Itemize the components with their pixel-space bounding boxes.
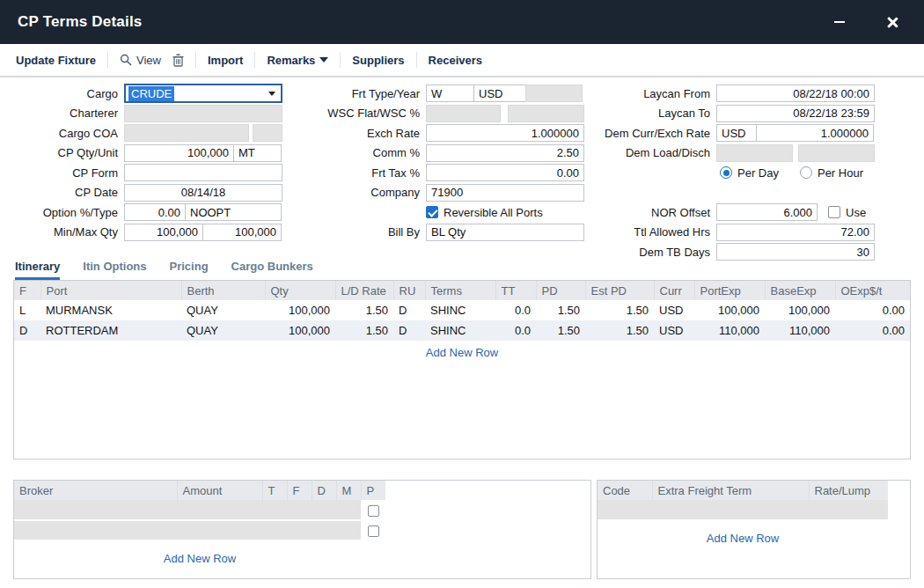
cell-berth[interactable]: QUAY (181, 320, 265, 341)
t-cell[interactable] (262, 500, 287, 520)
laycan-to-input[interactable] (716, 105, 875, 122)
cell-portexp[interactable]: 100,000 (694, 300, 765, 320)
p-checkbox[interactable] (368, 505, 379, 517)
cell-ru[interactable]: D (393, 300, 425, 320)
cell-port[interactable]: ROTTERDAM (40, 320, 181, 341)
minimize-button[interactable] (832, 15, 847, 29)
rate-cell[interactable] (809, 500, 888, 520)
dem-tb-days-input[interactable] (716, 243, 875, 261)
per-day-radio[interactable] (720, 166, 732, 179)
use-checkbox[interactable] (828, 206, 840, 218)
f-cell[interactable] (287, 520, 312, 540)
cargo-select[interactable]: CRUDE (124, 84, 282, 103)
bill-by-input[interactable] (426, 224, 584, 241)
frt-tax-input[interactable] (426, 164, 584, 181)
cell-qty[interactable]: 100,000 (265, 320, 335, 341)
cell-baseexp[interactable]: 110,000 (765, 320, 835, 341)
tab-itin-options[interactable]: Itin Options (83, 260, 146, 280)
extra-freight-add-new-row-link[interactable]: Add New Row (598, 532, 888, 545)
term-cell[interactable] (652, 500, 809, 520)
cell-oexp[interactable]: 0.00 (835, 300, 910, 320)
m-cell[interactable] (336, 520, 361, 540)
min-qty-input[interactable] (124, 224, 203, 241)
reversible-checkbox[interactable] (426, 206, 438, 218)
amount-cell[interactable] (177, 520, 262, 540)
cell-ru[interactable]: D (393, 320, 425, 341)
per-hour-radio[interactable] (800, 166, 812, 179)
tab-cargo-bunkers[interactable]: Cargo Bunkers (231, 260, 313, 280)
suppliers-button[interactable]: Suppliers (352, 54, 404, 67)
m-cell[interactable] (336, 500, 361, 520)
max-qty-input[interactable] (202, 224, 282, 241)
cell-tt[interactable]: 0.0 (495, 320, 536, 341)
cell-terms[interactable]: SHINC (425, 300, 495, 320)
cell-ld-rate[interactable]: 1.50 (335, 320, 393, 341)
broker-row-1[interactable] (14, 500, 385, 520)
import-button[interactable]: Import (208, 54, 243, 67)
d-cell[interactable] (312, 500, 336, 520)
itinerary-row-2[interactable]: D ROTTERDAM QUAY 100,000 1.50 D SHINC 0.… (14, 320, 910, 341)
close-button[interactable] (885, 15, 899, 29)
remarks-menu-button[interactable]: Remarks (267, 54, 328, 67)
cell-pd[interactable]: 1.50 (536, 300, 585, 320)
cell-tt[interactable]: 0.0 (495, 300, 536, 320)
cell-est-pd[interactable]: 1.50 (585, 320, 654, 341)
option-row: Option %/Type (9, 202, 290, 223)
broker-cell[interactable] (14, 520, 177, 540)
spacer-row (595, 183, 885, 203)
view-button[interactable]: View (120, 54, 161, 67)
d-cell[interactable] (312, 520, 336, 540)
cell-portexp[interactable]: 110,000 (694, 320, 765, 341)
cell-port[interactable]: MURMANSK (40, 300, 181, 320)
extra-freight-table: Code Extra Freight Term Rate/Lump (598, 481, 888, 521)
option-type-input[interactable] (185, 203, 282, 221)
comm-input[interactable] (426, 144, 584, 162)
cell-curr[interactable]: USD (654, 320, 694, 341)
laycan-from-input[interactable] (716, 85, 875, 102)
window-title: CP Terms Details (18, 13, 142, 31)
cp-unit-input[interactable] (233, 144, 282, 162)
itinerary-add-new-row-link[interactable]: Add New Row (14, 346, 910, 359)
cell-f[interactable]: D (14, 320, 40, 341)
update-fixture-button[interactable]: Update Fixture (16, 54, 96, 67)
dem-exch-rate-input[interactable] (756, 124, 874, 142)
cp-form-input[interactable] (124, 164, 282, 181)
delete-button[interactable] (172, 54, 184, 67)
cp-qty-input[interactable] (124, 144, 234, 162)
min-max-qty-row: Min/Max Qty (9, 223, 290, 243)
t-cell[interactable] (262, 520, 287, 540)
extra-freight-row-1[interactable] (598, 500, 888, 520)
cell-baseexp[interactable]: 100,000 (765, 300, 835, 320)
tab-itinerary[interactable]: Itinerary (15, 260, 60, 280)
receivers-button[interactable]: Receivers (429, 54, 482, 67)
broker-cell[interactable] (14, 500, 177, 520)
cell-pd[interactable]: 1.50 (536, 320, 585, 341)
broker-add-new-row-link[interactable]: Add New Row (14, 552, 385, 565)
company-input[interactable] (426, 184, 584, 202)
exch-rate-input[interactable] (426, 124, 584, 142)
amount-cell[interactable] (177, 500, 262, 520)
code-cell[interactable] (598, 500, 652, 520)
f-cell[interactable] (287, 500, 312, 520)
itinerary-row-1[interactable]: L MURMANSK QUAY 100,000 1.50 D SHINC 0.0… (14, 300, 910, 320)
cell-qty[interactable]: 100,000 (265, 300, 335, 320)
cell-terms[interactable]: SHINC (425, 320, 495, 341)
extra-freight-header-row: Code Extra Freight Term Rate/Lump (598, 481, 888, 500)
p-checkbox[interactable] (368, 526, 379, 537)
cell-berth[interactable]: QUAY (181, 300, 265, 320)
cell-f[interactable]: L (14, 300, 40, 320)
cell-ld-rate[interactable]: 1.50 (335, 300, 393, 320)
dem-curr-input[interactable] (716, 124, 757, 142)
tab-pricing[interactable]: Pricing (170, 260, 209, 280)
option-pct-input[interactable] (124, 203, 186, 221)
broker-row-2[interactable] (14, 520, 385, 540)
frt-curr-input[interactable] (473, 85, 526, 102)
cell-curr[interactable]: USD (654, 300, 694, 320)
frt-type-input[interactable] (426, 85, 474, 102)
cargo-coa-field (124, 124, 249, 142)
cell-est-pd[interactable]: 1.50 (585, 300, 654, 320)
ttl-allowed-hrs-input[interactable] (716, 224, 875, 241)
cp-date-input[interactable] (124, 184, 282, 202)
cell-oexp[interactable]: 0.00 (835, 320, 910, 341)
nor-offset-input[interactable] (716, 203, 818, 221)
